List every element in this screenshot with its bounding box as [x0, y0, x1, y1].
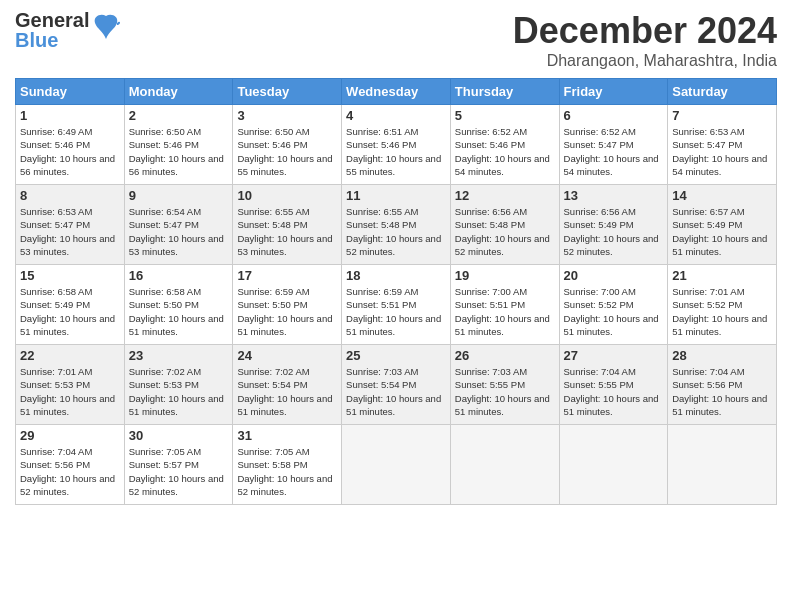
day-number: 10 — [237, 188, 337, 203]
table-row: 31Sunrise: 7:05 AMSunset: 5:58 PMDayligh… — [233, 425, 342, 505]
day-number: 12 — [455, 188, 555, 203]
day-info: Sunrise: 6:55 AMSunset: 5:48 PMDaylight:… — [346, 205, 446, 258]
day-number: 28 — [672, 348, 772, 363]
table-row: 9Sunrise: 6:54 AMSunset: 5:47 PMDaylight… — [124, 185, 233, 265]
table-row — [450, 425, 559, 505]
table-row: 4Sunrise: 6:51 AMSunset: 5:46 PMDaylight… — [342, 105, 451, 185]
table-row: 21Sunrise: 7:01 AMSunset: 5:52 PMDayligh… — [668, 265, 777, 345]
calendar-table: Sunday Monday Tuesday Wednesday Thursday… — [15, 78, 777, 505]
day-info: Sunrise: 7:01 AMSunset: 5:53 PMDaylight:… — [20, 365, 120, 418]
table-row: 19Sunrise: 7:00 AMSunset: 5:51 PMDayligh… — [450, 265, 559, 345]
table-row: 11Sunrise: 6:55 AMSunset: 5:48 PMDayligh… — [342, 185, 451, 265]
logo-bird-icon — [91, 11, 121, 50]
table-row: 7Sunrise: 6:53 AMSunset: 5:47 PMDaylight… — [668, 105, 777, 185]
table-row: 2Sunrise: 6:50 AMSunset: 5:46 PMDaylight… — [124, 105, 233, 185]
day-info: Sunrise: 6:54 AMSunset: 5:47 PMDaylight:… — [129, 205, 229, 258]
day-info: Sunrise: 6:56 AMSunset: 5:49 PMDaylight:… — [564, 205, 664, 258]
table-row: 12Sunrise: 6:56 AMSunset: 5:48 PMDayligh… — [450, 185, 559, 265]
table-row — [668, 425, 777, 505]
main-container: General Blue December 2024 Dharangaon, M… — [0, 0, 792, 510]
day-number: 13 — [564, 188, 664, 203]
day-info: Sunrise: 6:49 AMSunset: 5:46 PMDaylight:… — [20, 125, 120, 178]
calendar-week-row: 29Sunrise: 7:04 AMSunset: 5:56 PMDayligh… — [16, 425, 777, 505]
table-row: 30Sunrise: 7:05 AMSunset: 5:57 PMDayligh… — [124, 425, 233, 505]
day-number: 31 — [237, 428, 337, 443]
day-info: Sunrise: 6:53 AMSunset: 5:47 PMDaylight:… — [20, 205, 120, 258]
header-row: Sunday Monday Tuesday Wednesday Thursday… — [16, 79, 777, 105]
table-row: 14Sunrise: 6:57 AMSunset: 5:49 PMDayligh… — [668, 185, 777, 265]
day-number: 1 — [20, 108, 120, 123]
calendar-week-row: 1Sunrise: 6:49 AMSunset: 5:46 PMDaylight… — [16, 105, 777, 185]
day-number: 5 — [455, 108, 555, 123]
day-number: 21 — [672, 268, 772, 283]
day-info: Sunrise: 7:03 AMSunset: 5:55 PMDaylight:… — [455, 365, 555, 418]
day-number: 30 — [129, 428, 229, 443]
day-number: 3 — [237, 108, 337, 123]
day-info: Sunrise: 7:02 AMSunset: 5:53 PMDaylight:… — [129, 365, 229, 418]
day-number: 18 — [346, 268, 446, 283]
table-row: 18Sunrise: 6:59 AMSunset: 5:51 PMDayligh… — [342, 265, 451, 345]
day-info: Sunrise: 6:59 AMSunset: 5:50 PMDaylight:… — [237, 285, 337, 338]
day-info: Sunrise: 7:04 AMSunset: 5:56 PMDaylight:… — [672, 365, 772, 418]
day-number: 16 — [129, 268, 229, 283]
day-info: Sunrise: 7:04 AMSunset: 5:56 PMDaylight:… — [20, 445, 120, 498]
table-row: 16Sunrise: 6:58 AMSunset: 5:50 PMDayligh… — [124, 265, 233, 345]
logo-blue: Blue — [15, 30, 89, 50]
day-info: Sunrise: 6:59 AMSunset: 5:51 PMDaylight:… — [346, 285, 446, 338]
day-info: Sunrise: 7:02 AMSunset: 5:54 PMDaylight:… — [237, 365, 337, 418]
table-row: 28Sunrise: 7:04 AMSunset: 5:56 PMDayligh… — [668, 345, 777, 425]
day-info: Sunrise: 6:58 AMSunset: 5:50 PMDaylight:… — [129, 285, 229, 338]
day-info: Sunrise: 6:52 AMSunset: 5:46 PMDaylight:… — [455, 125, 555, 178]
table-row: 10Sunrise: 6:55 AMSunset: 5:48 PMDayligh… — [233, 185, 342, 265]
day-info: Sunrise: 6:56 AMSunset: 5:48 PMDaylight:… — [455, 205, 555, 258]
col-saturday: Saturday — [668, 79, 777, 105]
day-info: Sunrise: 7:01 AMSunset: 5:52 PMDaylight:… — [672, 285, 772, 338]
day-info: Sunrise: 6:57 AMSunset: 5:49 PMDaylight:… — [672, 205, 772, 258]
table-row: 1Sunrise: 6:49 AMSunset: 5:46 PMDaylight… — [16, 105, 125, 185]
col-sunday: Sunday — [16, 79, 125, 105]
table-row: 3Sunrise: 6:50 AMSunset: 5:46 PMDaylight… — [233, 105, 342, 185]
table-row — [342, 425, 451, 505]
header: General Blue December 2024 Dharangaon, M… — [15, 10, 777, 70]
day-info: Sunrise: 6:50 AMSunset: 5:46 PMDaylight:… — [129, 125, 229, 178]
table-row: 5Sunrise: 6:52 AMSunset: 5:46 PMDaylight… — [450, 105, 559, 185]
day-info: Sunrise: 6:53 AMSunset: 5:47 PMDaylight:… — [672, 125, 772, 178]
title-section: December 2024 Dharangaon, Maharashtra, I… — [513, 10, 777, 70]
location: Dharangaon, Maharashtra, India — [513, 52, 777, 70]
day-number: 8 — [20, 188, 120, 203]
day-info: Sunrise: 7:03 AMSunset: 5:54 PMDaylight:… — [346, 365, 446, 418]
day-number: 4 — [346, 108, 446, 123]
day-number: 25 — [346, 348, 446, 363]
table-row: 29Sunrise: 7:04 AMSunset: 5:56 PMDayligh… — [16, 425, 125, 505]
day-info: Sunrise: 6:55 AMSunset: 5:48 PMDaylight:… — [237, 205, 337, 258]
day-number: 14 — [672, 188, 772, 203]
day-number: 17 — [237, 268, 337, 283]
calendar-week-row: 22Sunrise: 7:01 AMSunset: 5:53 PMDayligh… — [16, 345, 777, 425]
day-number: 23 — [129, 348, 229, 363]
day-number: 6 — [564, 108, 664, 123]
table-row: 22Sunrise: 7:01 AMSunset: 5:53 PMDayligh… — [16, 345, 125, 425]
table-row: 6Sunrise: 6:52 AMSunset: 5:47 PMDaylight… — [559, 105, 668, 185]
day-info: Sunrise: 7:00 AMSunset: 5:52 PMDaylight:… — [564, 285, 664, 338]
day-number: 29 — [20, 428, 120, 443]
day-number: 9 — [129, 188, 229, 203]
table-row: 26Sunrise: 7:03 AMSunset: 5:55 PMDayligh… — [450, 345, 559, 425]
table-row: 13Sunrise: 6:56 AMSunset: 5:49 PMDayligh… — [559, 185, 668, 265]
col-wednesday: Wednesday — [342, 79, 451, 105]
day-number: 7 — [672, 108, 772, 123]
logo: General Blue — [15, 10, 121, 50]
day-info: Sunrise: 7:00 AMSunset: 5:51 PMDaylight:… — [455, 285, 555, 338]
day-number: 20 — [564, 268, 664, 283]
col-monday: Monday — [124, 79, 233, 105]
day-number: 24 — [237, 348, 337, 363]
day-number: 22 — [20, 348, 120, 363]
table-row: 17Sunrise: 6:59 AMSunset: 5:50 PMDayligh… — [233, 265, 342, 345]
calendar-week-row: 15Sunrise: 6:58 AMSunset: 5:49 PMDayligh… — [16, 265, 777, 345]
col-tuesday: Tuesday — [233, 79, 342, 105]
table-row: 15Sunrise: 6:58 AMSunset: 5:49 PMDayligh… — [16, 265, 125, 345]
table-row: 20Sunrise: 7:00 AMSunset: 5:52 PMDayligh… — [559, 265, 668, 345]
day-number: 27 — [564, 348, 664, 363]
table-row: 27Sunrise: 7:04 AMSunset: 5:55 PMDayligh… — [559, 345, 668, 425]
table-row: 25Sunrise: 7:03 AMSunset: 5:54 PMDayligh… — [342, 345, 451, 425]
col-friday: Friday — [559, 79, 668, 105]
